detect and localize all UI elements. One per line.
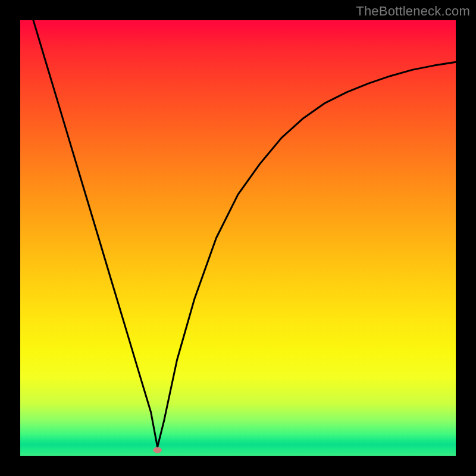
chart-frame: TheBottleneck.com [0,0,476,476]
minimum-marker [153,447,162,453]
plot-area [20,20,456,456]
curve-svg [20,20,456,456]
watermark-text: TheBottleneck.com [356,4,470,19]
bottleneck-curve [33,20,456,447]
